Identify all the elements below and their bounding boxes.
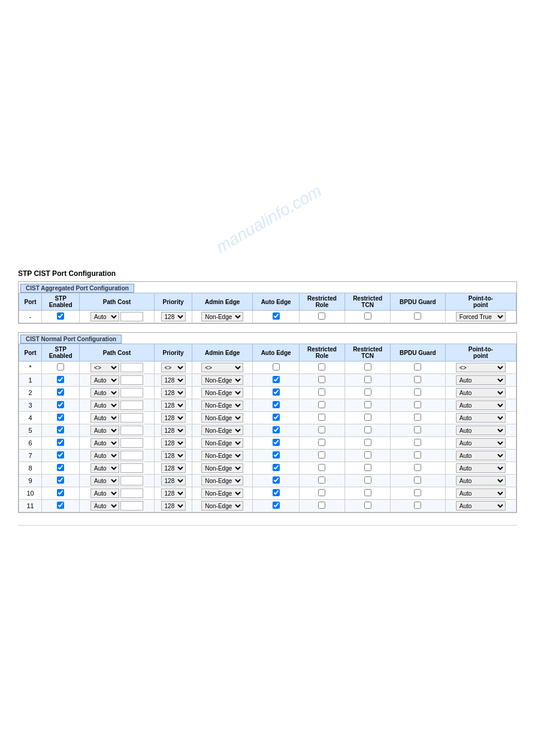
restricted-role-checkbox[interactable]: [318, 502, 325, 509]
pathcost-input[interactable]: [120, 451, 143, 460]
priority-select[interactable]: 128: [161, 388, 186, 397]
bpdu-checkbox[interactable]: [414, 426, 421, 433]
restricted-role-checkbox[interactable]: [318, 414, 325, 421]
wildcard-priority-select[interactable]: <> 128: [161, 363, 186, 372]
restricted-role-checkbox[interactable]: [318, 376, 325, 383]
autoedge-checkbox[interactable]: [273, 414, 280, 421]
wildcard-bpdu-checkbox[interactable]: [414, 363, 421, 371]
bpdu-checkbox[interactable]: [414, 451, 421, 459]
restricted-role-checkbox[interactable]: [318, 489, 325, 496]
pathcost-select[interactable]: AutoSpecific: [90, 488, 119, 498]
pathcost-input[interactable]: [120, 413, 143, 423]
autoedge-checkbox[interactable]: [273, 426, 280, 433]
pathcost-select[interactable]: AutoSpecific: [90, 388, 119, 397]
adminedge-select[interactable]: Non-EdgeEdge: [201, 400, 243, 410]
agg-pathcost-input[interactable]: [120, 312, 143, 321]
ptp-select[interactable]: AutoForced TrueForced False: [456, 476, 506, 485]
adminedge-select[interactable]: Non-EdgeEdge: [201, 501, 243, 511]
pathcost-select[interactable]: AutoSpecific: [90, 413, 119, 423]
adminedge-select[interactable]: Non-EdgeEdge: [201, 476, 243, 485]
adminedge-select[interactable]: Non-EdgeEdge: [201, 438, 243, 448]
restricted-role-checkbox[interactable]: [318, 451, 325, 459]
autoedge-checkbox[interactable]: [273, 502, 280, 509]
ptp-select[interactable]: AutoForced TrueForced False: [456, 388, 506, 397]
bpdu-checkbox[interactable]: [414, 439, 421, 446]
autoedge-checkbox[interactable]: [273, 476, 280, 484]
stp-checkbox[interactable]: [57, 489, 64, 496]
pathcost-select[interactable]: AutoSpecific: [90, 438, 119, 448]
agg-autoedge-checkbox[interactable]: [273, 312, 280, 320]
wildcard-adminedge-select[interactable]: <> Non-Edge Edge: [201, 363, 243, 372]
pathcost-input[interactable]: [120, 476, 143, 485]
adminedge-select[interactable]: Non-EdgeEdge: [201, 426, 243, 435]
wildcard-pathcost-select[interactable]: <> Auto Specific: [90, 363, 119, 372]
restricted-tcn-checkbox[interactable]: [364, 476, 371, 484]
priority-select[interactable]: 128: [161, 488, 186, 498]
restricted-tcn-checkbox[interactable]: [364, 414, 371, 421]
priority-select[interactable]: 128: [161, 463, 186, 473]
priority-select[interactable]: 128: [161, 413, 186, 423]
pathcost-input[interactable]: [120, 426, 143, 435]
wildcard-restricted-role-checkbox[interactable]: [318, 363, 325, 371]
stp-checkbox[interactable]: [57, 451, 64, 459]
priority-select[interactable]: 128: [161, 451, 186, 460]
stp-checkbox[interactable]: [57, 376, 64, 383]
wildcard-autoedge-checkbox[interactable]: [273, 363, 280, 371]
stp-checkbox[interactable]: [57, 476, 64, 484]
autoedge-checkbox[interactable]: [273, 464, 280, 471]
adminedge-select[interactable]: Non-EdgeEdge: [201, 463, 243, 473]
pathcost-select[interactable]: AutoSpecific: [90, 463, 119, 473]
agg-restricted-tcn-checkbox[interactable]: [364, 312, 371, 320]
ptp-select[interactable]: AutoForced TrueForced False: [456, 463, 506, 473]
priority-select[interactable]: 128: [161, 438, 186, 448]
agg-stp-checkbox[interactable]: [57, 312, 64, 320]
restricted-role-checkbox[interactable]: [318, 388, 325, 396]
adminedge-select[interactable]: Non-EdgeEdge: [201, 413, 243, 423]
ptp-select[interactable]: AutoForced TrueForced False: [456, 438, 506, 448]
ptp-select[interactable]: AutoForced TrueForced False: [456, 413, 506, 423]
pathcost-select[interactable]: AutoSpecific: [90, 476, 119, 485]
ptp-select[interactable]: AutoForced TrueForced False: [456, 488, 506, 498]
stp-checkbox[interactable]: [57, 464, 64, 471]
bpdu-checkbox[interactable]: [414, 376, 421, 383]
restricted-role-checkbox[interactable]: [318, 401, 325, 408]
pathcost-select[interactable]: AutoSpecific: [90, 451, 119, 460]
priority-select[interactable]: 128: [161, 375, 186, 385]
pathcost-input[interactable]: [120, 488, 143, 498]
bpdu-checkbox[interactable]: [414, 414, 421, 421]
restricted-role-checkbox[interactable]: [318, 476, 325, 484]
bpdu-checkbox[interactable]: [414, 464, 421, 471]
pathcost-input[interactable]: [120, 375, 143, 385]
agg-priority-select[interactable]: 128: [161, 312, 186, 321]
pathcost-select[interactable]: AutoSpecific: [90, 501, 119, 511]
adminedge-select[interactable]: Non-EdgeEdge: [201, 488, 243, 498]
pathcost-input[interactable]: [120, 388, 143, 397]
pathcost-input[interactable]: [120, 438, 143, 448]
agg-adminedge-select[interactable]: Non-Edge Edge: [201, 312, 243, 321]
agg-restricted-role-checkbox[interactable]: [318, 312, 325, 320]
stp-checkbox[interactable]: [57, 388, 64, 396]
pathcost-input[interactable]: [120, 501, 143, 511]
autoedge-checkbox[interactable]: [273, 401, 280, 408]
priority-select[interactable]: 128: [161, 426, 186, 435]
autoedge-checkbox[interactable]: [273, 451, 280, 459]
ptp-select[interactable]: AutoForced TrueForced False: [456, 400, 506, 410]
autoedge-checkbox[interactable]: [273, 439, 280, 446]
bpdu-checkbox[interactable]: [414, 401, 421, 408]
priority-select[interactable]: 128: [161, 400, 186, 410]
adminedge-select[interactable]: Non-EdgeEdge: [201, 451, 243, 460]
autoedge-checkbox[interactable]: [273, 388, 280, 396]
agg-pathcost-select[interactable]: Auto Specific: [90, 312, 119, 321]
restricted-tcn-checkbox[interactable]: [364, 464, 371, 471]
restricted-tcn-checkbox[interactable]: [364, 401, 371, 408]
bpdu-checkbox[interactable]: [414, 476, 421, 484]
stp-checkbox[interactable]: [57, 502, 64, 509]
pathcost-select[interactable]: AutoSpecific: [90, 375, 119, 385]
agg-ptp-select[interactable]: Forced True Auto Forced False: [456, 312, 506, 321]
restricted-tcn-checkbox[interactable]: [364, 489, 371, 496]
stp-checkbox[interactable]: [57, 439, 64, 446]
restricted-tcn-checkbox[interactable]: [364, 376, 371, 383]
agg-bpdu-checkbox[interactable]: [414, 312, 421, 320]
priority-select[interactable]: 128: [161, 476, 186, 485]
restricted-tcn-checkbox[interactable]: [364, 502, 371, 509]
